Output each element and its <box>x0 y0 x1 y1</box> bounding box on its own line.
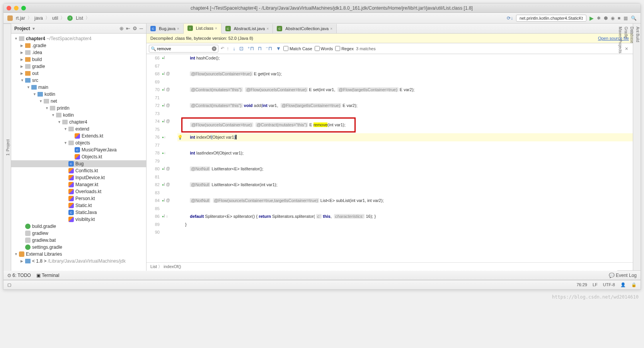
find-input[interactable] <box>149 45 218 53</box>
tab-project[interactable]: 1: Project <box>5 24 11 271</box>
find-prev-button[interactable]: ↑ <box>227 46 229 51</box>
tab-abstractcollection[interactable]: CAbstractCollection.java× <box>273 24 337 33</box>
kotlin-file-icon <box>68 203 74 208</box>
remove-selection-icon[interactable]: ⁻⊓ <box>266 46 272 51</box>
decompiled-banner: Decompiled .class file, bytecode version… <box>147 34 633 43</box>
coverage-icon[interactable]: ⬢ <box>604 15 608 21</box>
banner-text: Decompiled .class file, bytecode version… <box>150 36 253 41</box>
code-editor[interactable]: 66676869 70717273 74757677 78798081 8283… <box>147 54 633 262</box>
breadcrumb[interactable]: util <box>52 15 58 21</box>
package-icon <box>62 120 68 124</box>
kotlin-file-icon <box>75 154 80 160</box>
match-count: 3 matches <box>356 46 376 51</box>
close-tab-icon[interactable]: × <box>215 26 217 31</box>
debug-icon[interactable]: ✱ <box>597 15 601 21</box>
editor-breadcrumb[interactable]: List 〉 indexOf() <box>147 262 633 271</box>
sync-icon[interactable]: ⟳↓ <box>507 15 513 21</box>
search-icon: 🔍 <box>151 46 156 51</box>
class-icon: C <box>225 26 231 31</box>
kotlin-file-icon <box>68 182 74 187</box>
file-encoding[interactable]: UTF-8 <box>603 282 615 287</box>
right-tool-tabs: Ant Build Database Gradle Maven Projects <box>633 24 641 271</box>
tab-abstractlist[interactable]: CAbstractList.java× <box>221 24 273 33</box>
kotlin-file-icon <box>68 175 74 180</box>
collapse-icon[interactable]: ⇤ <box>126 25 130 31</box>
tab-terminal[interactable]: ▣ Terminal <box>36 273 59 278</box>
hide-panel-icon[interactable]: ─ <box>140 25 143 31</box>
class-icon: C <box>68 210 74 215</box>
minimize-window-button[interactable] <box>14 6 19 10</box>
package-icon <box>50 106 55 110</box>
regex-checkbox[interactable]: Regex <box>335 46 354 51</box>
close-tab-icon[interactable]: × <box>177 27 179 31</box>
class-icon: C <box>75 147 80 153</box>
clear-search-icon[interactable]: × <box>212 46 216 51</box>
breadcrumb[interactable]: List <box>76 15 83 21</box>
class-icon: C <box>150 26 156 31</box>
tab-bug-java[interactable]: CBug.java× <box>147 24 184 33</box>
close-window-button[interactable] <box>7 6 11 10</box>
find-next-button[interactable]: ↓ <box>233 46 236 51</box>
folder-icon <box>25 64 31 69</box>
editor-tabs: CBug.java× IList.class× CAbstractList.ja… <box>147 24 633 34</box>
tab-ant-build[interactable]: Ant Build <box>635 24 641 271</box>
navigation-bar: rt.jar〉 java〉 util〉 I List〉 ⟳↓ net.print… <box>3 13 641 24</box>
module-icon <box>19 36 24 41</box>
history-icon[interactable]: ↶ <box>221 46 224 51</box>
tab-structure[interactable]: 7: Structure <box>3 24 5 271</box>
folder-icon <box>25 57 31 62</box>
scroll-to-icon[interactable]: ⊕ <box>119 25 124 31</box>
interface-icon: I <box>67 15 73 21</box>
class-icon: I <box>187 25 193 31</box>
line-ending[interactable]: LF <box>593 282 598 287</box>
breadcrumb[interactable]: rt.jar <box>16 15 25 21</box>
match-case-checkbox[interactable]: Match Case <box>283 46 312 51</box>
class-icon: C <box>277 26 282 31</box>
search-icon[interactable]: 🔍 <box>631 15 637 21</box>
breadcrumb[interactable]: java <box>34 15 43 21</box>
panel-title: Project <box>14 26 30 31</box>
kotlin-file-icon <box>68 196 74 201</box>
status-toggle-icon[interactable]: ▢ <box>7 282 11 287</box>
library-icon <box>19 251 24 257</box>
run-configuration-selector[interactable]: net.println.kotlin.chapter4.StaticKt <box>516 15 586 22</box>
filter-icon[interactable]: ▼ <box>276 46 281 51</box>
close-tab-icon[interactable]: × <box>266 27 269 31</box>
layout-icon[interactable]: ▦ <box>624 15 628 21</box>
tab-database[interactable]: Database <box>629 24 635 271</box>
profile-icon[interactable]: ◉ <box>611 15 615 21</box>
tab-maven[interactable]: Maven Projects <box>617 24 623 271</box>
file-icon <box>25 238 31 243</box>
select-all-icon[interactable]: ⊡ <box>239 46 244 51</box>
event-log-button[interactable]: 💬 Event Log <box>609 273 637 278</box>
jdk-icon <box>25 259 31 263</box>
editor-area: CBug.java× IList.class× CAbstractList.ja… <box>147 24 633 271</box>
add-selection-icon[interactable]: ⁺⊓ <box>247 46 254 51</box>
left-tool-tabs: 1: Project 7: Structure 2: Favorites <box>3 24 11 271</box>
project-tree[interactable]: ▼chapter4 ~/TestSpace/chapter4 ▶.gradle … <box>11 34 146 271</box>
toggle-icon[interactable]: ⊓ <box>258 46 262 51</box>
inspection-indicator[interactable]: 👤 <box>620 282 626 287</box>
titlebar: chapter4 [~/TestSpace/chapter4] - /Libra… <box>3 3 641 13</box>
intention-bulb-icon[interactable]: 💡 <box>177 133 183 141</box>
words-checkbox[interactable]: Words <box>315 46 333 51</box>
project-panel: Project ▾ ⊕ ⇤ ⚙ ─ ▼chapter4 ~/TestSpace/… <box>11 24 147 271</box>
folder-icon <box>25 43 31 48</box>
tab-todo[interactable]: ⊙ 6: TODO <box>7 273 31 278</box>
class-icon: C <box>68 161 74 166</box>
find-bar: 🔍 × ↶ ↑ ↓ ⊡ ⁺⊓ ⊓ ⁻⊓ ▼ Match Case Words R… <box>147 43 633 54</box>
status-bar: ▢ 76:29 LF UTF-8 👤 🔒 <box>3 280 641 289</box>
file-icon <box>25 231 31 236</box>
package-icon <box>44 99 49 104</box>
run-button[interactable]: ▶ <box>589 15 594 21</box>
maximize-window-button[interactable] <box>21 6 26 10</box>
tree-item-selected[interactable]: CBug <box>11 160 146 167</box>
lock-icon[interactable]: 🔒 <box>631 282 637 287</box>
settings-gear-icon[interactable]: ⚙ <box>133 25 137 31</box>
close-tab-icon[interactable]: × <box>330 27 332 31</box>
tab-gradle[interactable]: Gradle <box>623 24 629 271</box>
package-icon <box>56 113 61 117</box>
folder-icon <box>25 78 31 83</box>
tab-list-class[interactable]: IList.class× <box>184 24 221 34</box>
stop-button[interactable]: ■ <box>618 15 620 21</box>
